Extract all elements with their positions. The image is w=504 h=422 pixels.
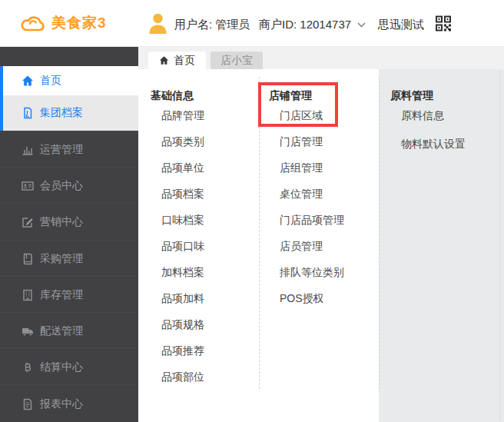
- active-indicator-bar: [0, 66, 3, 95]
- app-logo: 美食家3: [19, 13, 107, 33]
- chevron-down-icon: [357, 22, 366, 28]
- menu-item[interactable]: 排队等位类别: [280, 264, 384, 280]
- menu-item[interactable]: 品项推荐: [161, 343, 266, 358]
- bar-chart-icon: [22, 144, 34, 156]
- truck-icon: [22, 325, 34, 337]
- currency-icon: [22, 361, 34, 374]
- tab-dianxiaobao[interactable]: 店小宝: [211, 52, 263, 69]
- menu-item[interactable]: 店组管理: [280, 160, 384, 175]
- tab-home[interactable]: 首页: [148, 52, 206, 69]
- menu-item[interactable]: POS授权: [280, 291, 384, 306]
- tab-bar: 首页 店小宝: [138, 46, 504, 69]
- menu-item[interactable]: 品项加料: [161, 291, 266, 306]
- cloud-icon: [19, 14, 47, 33]
- app-window: 美食家3 用户名: 管理员 商户ID: 12014737 思迅测试: [0, 0, 504, 422]
- sidebar-item-reports[interactable]: 报表中心: [0, 384, 138, 422]
- menu-item[interactable]: 物料默认设置: [401, 136, 504, 151]
- sidebar-item-label: 配送管理: [40, 313, 83, 349]
- tenant-name: 思迅测试: [378, 17, 424, 32]
- sidebar-item-delivery[interactable]: 配送管理: [0, 312, 138, 349]
- sidebar-item-group-archive[interactable]: 集团档案: [0, 95, 138, 131]
- menu-item[interactable]: 门店品项管理: [280, 212, 384, 228]
- tab-label: 首页: [174, 54, 195, 68]
- sidebar-item-home[interactable]: 首页: [0, 66, 138, 96]
- username-label: 用户名: 管理员: [174, 17, 250, 32]
- menu-item[interactable]: 品项单位: [161, 160, 266, 175]
- home-icon: [22, 75, 34, 87]
- sidebar-item-label: 报表中心: [40, 385, 83, 422]
- menu-item[interactable]: 门店管理: [280, 134, 384, 149]
- qr-code-icon[interactable]: [435, 15, 452, 32]
- tab-label: 店小宝: [220, 54, 253, 68]
- building-icon: [22, 289, 34, 301]
- menu-column-ingredients: 原料管理 原料信息 物料默认设置: [390, 88, 504, 162]
- home-icon: [159, 55, 169, 65]
- sidebar-item-label: 会员中心: [40, 168, 83, 204]
- id-card-icon: [22, 180, 34, 192]
- merchant-id-label: 商户ID: 12014737: [259, 17, 351, 32]
- sidebar-item-label: 采购管理: [40, 241, 83, 277]
- sidebar-item-label: 运营管理: [40, 131, 83, 168]
- sidebar-item-label: 营销中心: [40, 204, 83, 240]
- sidebar-item-inventory[interactable]: 库存管理: [0, 276, 138, 313]
- menu-item[interactable]: 品项口味: [161, 238, 266, 254]
- archive-icon: [22, 107, 34, 119]
- column-title: 原料管理: [390, 88, 504, 103]
- sidebar-item-purchasing[interactable]: 采购管理: [0, 240, 138, 277]
- sidebar-item-operations[interactable]: 运营管理: [0, 131, 138, 168]
- sidebar-item-settlement[interactable]: 结算中心: [0, 348, 138, 385]
- menu-item[interactable]: 口味档案: [161, 212, 266, 228]
- top-header: 美食家3 用户名: 管理员 商户ID: 12014737 思迅测试: [0, 0, 504, 47]
- merchant-id-dropdown[interactable]: 商户ID: 12014737: [259, 17, 366, 32]
- menu-item[interactable]: 品项部位: [161, 369, 266, 384]
- menu-column-basic-info: 基础信息 品牌管理 品项类别 品项单位 品项档案 口味档案 品项口味 加料档案 …: [151, 88, 266, 395]
- highlight-box: [258, 82, 338, 127]
- sidebar-item-label: 库存管理: [40, 277, 83, 313]
- column-title: 基础信息: [151, 88, 266, 103]
- menu-item[interactable]: 品项类别: [161, 134, 266, 149]
- menu-item[interactable]: 品项档案: [161, 186, 266, 201]
- sidebar-item-label: 结算中心: [40, 349, 83, 385]
- menu-item[interactable]: 店员管理: [280, 238, 384, 254]
- sidebar-item-members[interactable]: 会员中心: [0, 167, 138, 204]
- sidebar-nav: 首页 集团档案 运营管理 会员中心: [0, 45, 138, 422]
- menu-item[interactable]: 品项规格: [161, 317, 266, 332]
- menu-item[interactable]: 品牌管理: [161, 108, 266, 123]
- menu-item[interactable]: 桌位管理: [280, 186, 384, 201]
- report-icon: [22, 398, 34, 410]
- menu-item[interactable]: 原料信息: [401, 108, 504, 123]
- sidebar-item-marketing[interactable]: 营销中心: [0, 203, 138, 240]
- sidebar-item-label: 集团档案: [40, 95, 83, 131]
- active-indicator-bar: [0, 95, 3, 131]
- sidebar-item-label: 首页: [40, 66, 61, 95]
- menu-item[interactable]: 加料档案: [161, 264, 266, 280]
- book-icon: [22, 253, 34, 265]
- user-avatar-icon: [149, 13, 167, 34]
- logo-text: 美食家3: [51, 13, 107, 33]
- pen-icon: [22, 216, 34, 228]
